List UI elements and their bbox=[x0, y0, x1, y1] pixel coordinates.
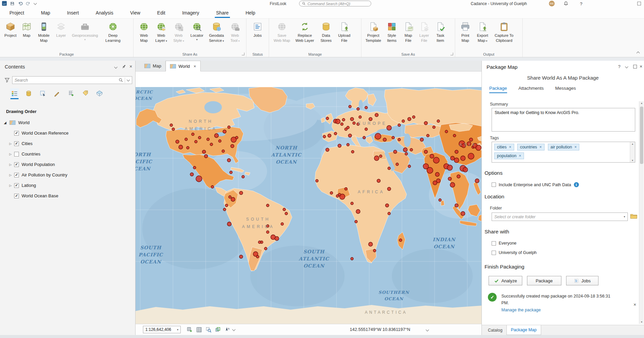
scroll-up-icon[interactable]: ▲ bbox=[632, 143, 634, 145]
share-web-map-button[interactable]: Web Map bbox=[136, 21, 152, 43]
manage-replace-web-layer-button[interactable]: Replace Web Layer bbox=[293, 21, 317, 43]
remove-tag-icon[interactable]: × bbox=[509, 145, 511, 149]
tab-map[interactable]: Map bbox=[40, 8, 51, 18]
tab-insert[interactable]: Insert bbox=[66, 8, 80, 18]
expand-icon[interactable]: ▷ bbox=[8, 163, 13, 166]
collapse-expanded-icon[interactable]: ◢ bbox=[3, 121, 7, 124]
share-as-dialog-launcher-icon[interactable] bbox=[242, 53, 244, 55]
map-scale-combo[interactable]: 1:126,642,406 ▾ bbox=[143, 326, 181, 333]
tree-row-layer[interactable]: ▷ Cities bbox=[0, 138, 135, 149]
saveas-map-file-button[interactable]: Map File bbox=[401, 21, 416, 43]
manage-data-stores-button[interactable]: Data Stores bbox=[317, 21, 335, 43]
pane-close-icon[interactable]: × bbox=[640, 64, 642, 69]
coordinates-readout[interactable]: 142.5551749°W 10.8361197°N bbox=[338, 327, 422, 332]
manage-package-link[interactable]: Manage the package bbox=[501, 308, 541, 312]
save-icon[interactable] bbox=[10, 1, 14, 6]
list-by-selection-icon[interactable] bbox=[38, 88, 47, 98]
tab-help[interactable]: Help bbox=[245, 8, 256, 18]
tree-row-layer[interactable]: World Ocean Base bbox=[0, 191, 135, 201]
analyze-button[interactable]: Analyze bbox=[489, 276, 522, 285]
redo-icon[interactable] bbox=[26, 1, 31, 6]
pin-icon[interactable] bbox=[121, 64, 126, 70]
tab-share[interactable]: Share bbox=[215, 8, 229, 18]
expand-icon[interactable]: ▷ bbox=[8, 142, 13, 145]
list-by-labeling-icon[interactable] bbox=[81, 88, 90, 98]
layer-visibility-checkbox[interactable] bbox=[14, 194, 19, 198]
folder-select[interactable]: Select or create folder ▾ bbox=[492, 213, 628, 221]
share-web-layer-button[interactable]: Web Layer ▾ bbox=[152, 21, 170, 43]
saveas-task-item-button[interactable]: Task Item bbox=[432, 21, 448, 43]
share-web-style-button[interactable]: Web Style ▾ bbox=[170, 21, 187, 43]
list-by-perspective-icon[interactable] bbox=[95, 88, 104, 98]
pane-float-icon[interactable] bbox=[633, 65, 637, 68]
saveas-layer-file-button[interactable]: Layer File bbox=[416, 21, 432, 43]
scroll-down-icon[interactable]: ▼ bbox=[632, 159, 634, 162]
dismiss-message-icon[interactable]: × bbox=[634, 302, 636, 312]
bottom-tab-package-map[interactable]: Package Map bbox=[506, 325, 541, 335]
coordinates-caret-icon[interactable] bbox=[426, 328, 429, 332]
output-capture-to-clipboard-button[interactable]: Capture To Clipboard bbox=[492, 21, 517, 43]
map-tools-caret-icon[interactable] bbox=[232, 328, 236, 331]
layer-visibility-checkbox[interactable] bbox=[14, 131, 19, 136]
info-icon[interactable]: i bbox=[574, 182, 579, 187]
pane-tab-package[interactable]: Package bbox=[489, 86, 507, 93]
expand-icon[interactable]: ▷ bbox=[8, 184, 13, 187]
layer-visibility-checkbox[interactable] bbox=[14, 183, 19, 188]
layer-visibility-checkbox[interactable] bbox=[14, 152, 19, 157]
layer-visibility-checkbox[interactable] bbox=[14, 173, 19, 177]
package-mobile-map-button[interactable]: Mobile Map bbox=[34, 21, 53, 43]
package-layer-button[interactable]: Layer bbox=[53, 21, 69, 38]
scroll-down-icon[interactable]: ▼ bbox=[639, 321, 644, 323]
jobs-button[interactable]: Jobs bbox=[566, 276, 598, 285]
expand-icon[interactable]: ▷ bbox=[8, 152, 13, 156]
tab-project[interactable]: Project bbox=[9, 8, 25, 18]
tags-box[interactable]: cities× countries× air pollution× popula… bbox=[492, 142, 635, 163]
browse-folder-icon[interactable] bbox=[630, 213, 637, 220]
list-by-snapping-icon[interactable] bbox=[67, 88, 76, 98]
bottom-tab-catalog[interactable]: Catalog bbox=[484, 325, 506, 335]
tree-row-layer[interactable]: World Ocean Reference bbox=[0, 128, 135, 138]
pane-help-icon[interactable]: ? bbox=[618, 64, 620, 69]
command-search-input[interactable] bbox=[308, 2, 368, 6]
status-jobs-button[interactable]: Jobs bbox=[248, 21, 267, 38]
view-tab-map[interactable]: Map bbox=[140, 61, 166, 71]
package-deep-learning-button[interactable]: Deep Learning bbox=[101, 21, 125, 43]
tree-row-world[interactable]: ◢ World bbox=[0, 117, 135, 128]
tab-imagery[interactable]: Imagery bbox=[181, 8, 200, 18]
package-map-button[interactable]: Map bbox=[19, 21, 34, 38]
avatar[interactable]: CC bbox=[549, 1, 555, 6]
expand-icon[interactable]: ▷ bbox=[8, 173, 13, 177]
summary-textarea[interactable] bbox=[492, 108, 635, 132]
output-print-map-button[interactable]: Print Map bbox=[457, 21, 473, 43]
share-locator-button[interactable]: Locator▾ bbox=[187, 21, 206, 41]
tree-row-layer[interactable]: ▷ Latlong bbox=[0, 180, 135, 191]
remove-tag-icon[interactable]: × bbox=[539, 145, 542, 149]
share-web-tool-button[interactable]: Web Tool ▾ bbox=[227, 21, 243, 43]
scrollbar-thumb[interactable] bbox=[640, 107, 643, 164]
help-icon[interactable]: ? bbox=[580, 1, 582, 6]
search-icon[interactable] bbox=[119, 78, 123, 82]
ribbon-collapse-icon[interactable] bbox=[637, 52, 640, 55]
package-button[interactable]: Package bbox=[527, 276, 561, 285]
pane-tab-attachments[interactable]: Attachments bbox=[519, 86, 544, 93]
tab-edit[interactable]: Edit bbox=[156, 8, 166, 18]
search-options-caret-icon[interactable] bbox=[127, 78, 130, 82]
pane-menu-caret-icon[interactable] bbox=[114, 65, 118, 69]
saveas-style-items-button[interactable]: Style Items bbox=[383, 21, 401, 43]
overlap-layers-icon[interactable] bbox=[215, 327, 221, 332]
pane-tab-messages[interactable]: Messages bbox=[555, 86, 576, 93]
list-by-data-source-icon[interactable] bbox=[24, 88, 33, 98]
filter-icon[interactable] bbox=[4, 77, 10, 84]
save-as-dialog-launcher-icon[interactable] bbox=[450, 53, 453, 55]
tab-analysis[interactable]: Analysis bbox=[95, 8, 114, 18]
tags-scrollbar[interactable]: ▲▼ bbox=[630, 142, 635, 162]
share-geodata-service-button[interactable]: Geodata Service ▾ bbox=[206, 21, 227, 43]
tab-view[interactable]: View bbox=[129, 8, 141, 18]
tree-row-layer[interactable]: ▷ Countries bbox=[0, 149, 135, 159]
close-icon[interactable]: × bbox=[129, 64, 132, 69]
package-geoprocessing-button[interactable]: Geoprocessing▾ bbox=[69, 21, 101, 41]
add-grid-icon[interactable] bbox=[187, 327, 193, 332]
qat-customize-caret-icon[interactable] bbox=[34, 1, 37, 5]
contents-search-input[interactable] bbox=[12, 78, 119, 83]
remove-tag-icon[interactable]: × bbox=[519, 154, 521, 158]
